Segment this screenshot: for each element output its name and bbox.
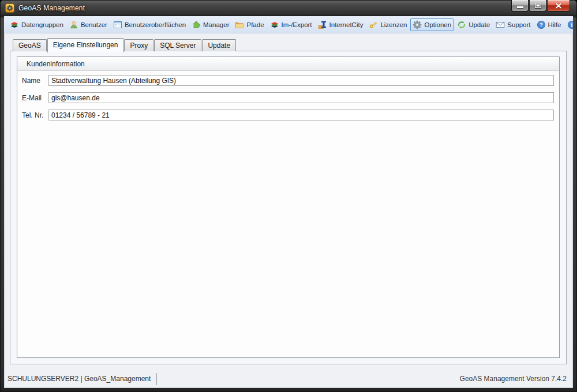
client-area: Datengruppen Benutzer <box>4 16 573 388</box>
maximize-button[interactable] <box>529 0 546 12</box>
form-icon <box>113 20 122 29</box>
tab-geoas[interactable]: GeoAS <box>13 39 47 51</box>
toolbar-button-update[interactable]: Update <box>455 18 492 31</box>
toolbar-button-support[interactable]: Support <box>493 18 533 31</box>
titlebar[interactable]: GeoAS Management <box>0 0 577 16</box>
info-icon: i <box>567 20 573 29</box>
toolbar-label: Datengruppen <box>21 21 63 28</box>
email-label: E-Mail <box>22 94 48 102</box>
status-version: GeoAS Management Version 7.4.2 <box>460 375 573 383</box>
puzzle-icon <box>192 20 201 29</box>
tab-bar: GeoAS Eigene Einstellungen Proxy SQL Ser… <box>13 39 237 51</box>
key-icon <box>369 20 378 29</box>
toolbar-label: InternetCity <box>329 21 364 28</box>
kundeninformation-group: Kundeninformation Name E-Mail Tel. Nr. <box>17 56 560 358</box>
refresh-icon <box>457 20 466 29</box>
tab-eigene-einstellungen[interactable]: Eigene Einstellungen <box>47 38 124 52</box>
close-icon <box>555 3 562 9</box>
toolbar: Datengruppen Benutzer <box>4 16 573 33</box>
minimize-icon <box>517 6 523 8</box>
window-controls <box>511 0 570 12</box>
status-server-database: SCHULUNGSERVER2 | GeoAS_Management <box>4 373 157 385</box>
toolbar-button-pfade[interactable]: Pfade <box>233 18 266 31</box>
toolbar-button-im-export[interactable]: Im-/Export <box>268 18 314 31</box>
toolbar-label: Im-/Export <box>282 21 312 28</box>
tab-page-eigene-einstellungen: Kundeninformation Name E-Mail Tel. Nr. <box>10 51 567 364</box>
internetcity-icon <box>318 20 327 29</box>
toolbar-label: Manager <box>203 21 229 28</box>
toolbar-button-benutzer[interactable]: Benutzer <box>67 18 110 31</box>
toolbar-button-datengruppen[interactable]: Datengruppen <box>8 18 66 31</box>
window-title: GeoAS Management <box>18 4 85 12</box>
field-row-telnr: Tel. Nr. <box>22 110 554 120</box>
svg-text:i: i <box>571 21 572 28</box>
help-icon: ? <box>537 20 546 29</box>
customer-fields: Name E-Mail Tel. Nr. <box>17 71 559 120</box>
user-icon <box>69 20 78 29</box>
mail-icon <box>496 20 505 29</box>
minimize-button[interactable] <box>511 0 529 12</box>
app-window: GeoAS Management <box>0 0 577 392</box>
toolbar-label: Lizenzen <box>380 21 407 28</box>
statusbar: SCHULUNGSERVER2 | GeoAS_Management GeoAS… <box>4 370 573 388</box>
email-input[interactable] <box>48 92 554 103</box>
name-label: Name <box>22 77 48 85</box>
toolbar-label: Benutzer <box>81 21 107 28</box>
toolbar-label: Benutzeroberflächen <box>125 21 186 28</box>
app-icon <box>5 3 14 13</box>
svg-text:?: ? <box>539 21 543 28</box>
toolbar-label: Hilfe <box>548 21 561 28</box>
folder-icon <box>235 20 244 29</box>
layers-icon <box>270 20 279 29</box>
close-button[interactable] <box>547 0 570 12</box>
toolbar-button-optionen[interactable]: Optionen <box>410 18 454 31</box>
toolbar-label: Optionen <box>424 21 451 28</box>
toolbar-button-internetcity[interactable]: InternetCity <box>316 18 366 31</box>
field-row-email: E-Mail <box>22 92 554 103</box>
toolbar-button-info[interactable]: i Info <box>565 18 573 31</box>
name-input[interactable] <box>48 75 554 86</box>
maximize-icon <box>535 3 541 8</box>
telnr-input[interactable] <box>48 110 554 120</box>
toolbar-label: Support <box>507 21 530 28</box>
toolbar-label: Pfade <box>246 21 264 28</box>
toolbar-button-lizenzen[interactable]: Lizenzen <box>366 18 409 31</box>
field-row-name: Name <box>22 75 554 86</box>
tab-proxy[interactable]: Proxy <box>124 39 153 51</box>
tab-update[interactable]: Update <box>202 39 236 51</box>
toolbar-button-manager[interactable]: Manager <box>189 18 231 31</box>
tab-sql-server[interactable]: SQL Server <box>154 39 201 51</box>
toolbar-button-benutzeroberflaechen[interactable]: Benutzeroberflächen <box>111 18 188 31</box>
layers-icon <box>10 20 19 29</box>
telnr-label: Tel. Nr. <box>22 111 48 119</box>
gear-icon <box>413 20 422 29</box>
group-title: Kundeninformation <box>17 57 559 71</box>
toolbar-button-hilfe[interactable]: ? Hilfe <box>534 18 564 31</box>
toolbar-label: Update <box>469 21 490 28</box>
